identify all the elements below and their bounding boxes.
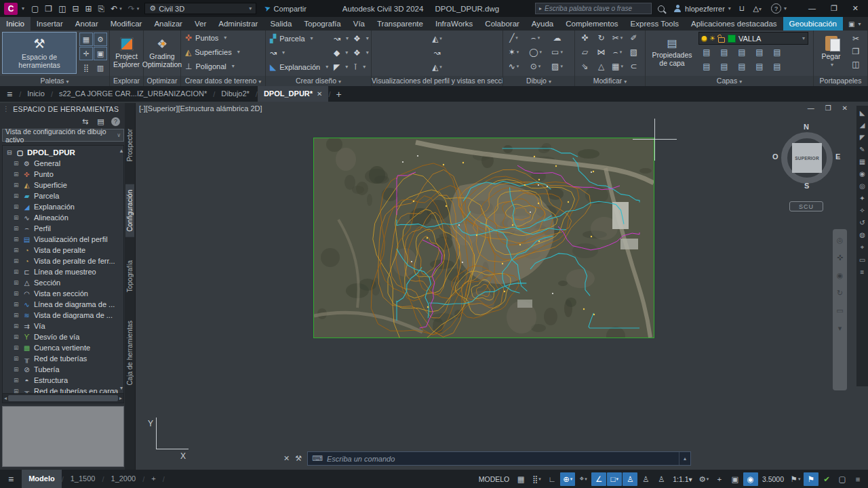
ribbon-tab-aplicaciones-destacadas[interactable]: Aplicaciones destacadas <box>685 17 783 30</box>
default-scale-value[interactable]: 3.5000 <box>759 475 787 483</box>
undo-icon[interactable]: ↶ <box>111 4 117 14</box>
store-cart-icon[interactable]: ⊔ <box>739 4 745 13</box>
expand-icon[interactable]: ⊞ <box>14 192 20 199</box>
layer-unlock-icon[interactable]: ▤ <box>753 60 766 73</box>
copy-icon[interactable]: ▱ <box>578 45 593 59</box>
arc-icon[interactable]: ⌢ <box>528 31 543 45</box>
tree-item-vista-de-peralte-de-ferr-[interactable]: ⊞◔Vista de peralte de ferr... <box>3 256 123 266</box>
toolbox-palette-icon[interactable]: ▣ <box>94 47 107 60</box>
clean-screen-toggle[interactable]: ▢ <box>835 472 850 486</box>
showmotion-icon[interactable]: ▭ <box>836 306 843 315</box>
isodraft-toggle[interactable]: ⌖▾ <box>576 472 591 486</box>
tree-item-v-a[interactable]: ⊞⇉Vía <box>3 321 123 331</box>
tree-item-punto[interactable]: ⊞✜Punto <box>3 169 123 180</box>
explode-icon[interactable]: ▧ <box>627 45 642 59</box>
expand-icon[interactable]: ⊞ <box>14 355 20 362</box>
close-tab-icon[interactable]: ✕ <box>317 90 322 98</box>
tool-palettes-icon[interactable]: ▦ <box>79 33 93 46</box>
tree-item-visualizaci-n-del-perfil[interactable]: ⊞▤Visualización del perfil <box>3 234 123 245</box>
assembly-button[interactable]: ❖▾ <box>352 45 372 60</box>
workspace-switching-toggle[interactable]: ⚙▾ <box>696 472 711 486</box>
ellipse-icon[interactable]: ⊙ <box>528 60 543 73</box>
expand-icon[interactable]: ⊞ <box>14 279 20 286</box>
layer-isolate-icon[interactable]: ▤ <box>717 45 731 59</box>
file-tab-inicio[interactable]: Inicio <box>21 86 51 102</box>
copy-clip-icon[interactable]: ❐ <box>848 46 863 57</box>
command-input[interactable]: ⌨ Escriba un comando ▴ <box>307 451 691 466</box>
construction-line-icon[interactable]: ✶ <box>507 45 521 59</box>
print-icon[interactable]: ⎘ <box>98 4 105 14</box>
strip-icon-0[interactable]: ◣ <box>860 109 865 117</box>
strip-icon-1[interactable]: ◢ <box>860 121 865 129</box>
grid-display-toggle[interactable]: ▦ <box>513 472 528 486</box>
dock-toggle-icon[interactable]: ⇆ <box>80 117 90 127</box>
expand-icon[interactable]: ⊞ <box>14 203 20 210</box>
layout-tab-1_2000[interactable]: 1_2000 <box>104 470 143 488</box>
new-tab-button[interactable]: + <box>331 89 347 100</box>
expand-icon[interactable]: ⊞ <box>14 171 20 178</box>
panel-label-portapapeles[interactable]: Portapapeles <box>814 76 867 86</box>
expand-icon[interactable]: ⊞ <box>14 344 20 351</box>
expand-icon[interactable]: ⊞ <box>14 247 20 253</box>
close-button[interactable]: ✕ <box>852 4 859 13</box>
minimize-button[interactable]: — <box>808 4 816 13</box>
tree-item-cuenca-vertiente[interactable]: ⊞▩Cuenca vertiente <box>3 342 123 353</box>
help-dropdown-icon[interactable]: ▾ <box>784 5 787 12</box>
strip-icon-12[interactable]: ▭ <box>859 256 865 264</box>
layer-unisolate-icon[interactable]: ▤ <box>717 60 731 73</box>
scale-icon[interactable]: △ <box>594 60 609 73</box>
circle-icon[interactable]: ◯ <box>528 45 543 59</box>
tree-item-red-de-tuber-as-en-carga[interactable]: ⊞╥Red de tuberías en carga <box>3 386 123 394</box>
section-views-icon[interactable]: ◭ <box>430 60 445 74</box>
annotation-scale-value[interactable]: 1:1.1▾ <box>669 475 696 483</box>
panel-label-capas[interactable]: Capas▾ <box>646 76 813 86</box>
user-menu[interactable]: hlopezferrer ▾ <box>673 5 731 13</box>
app-logo-button[interactable]: C <box>4 3 18 15</box>
revision-cloud-icon[interactable]: ☁ <box>550 31 565 45</box>
strip-icon-5[interactable]: ◉ <box>859 170 865 178</box>
scroll-left-icon[interactable]: ◂ <box>4 395 7 401</box>
ribbon-tab-modificar[interactable]: Modificar <box>104 17 149 30</box>
strip-icon-3[interactable]: ✎ <box>859 146 865 153</box>
panel-display-icon[interactable]: ▤ <box>96 117 106 127</box>
annotation-visibility-toggle[interactable]: ♙ <box>623 472 637 486</box>
statusbar-menu-icon[interactable]: ≡ <box>0 474 22 485</box>
tree-item-general[interactable]: ⊞⚙General <box>3 158 123 169</box>
expand-icon[interactable]: ⊞ <box>14 333 20 340</box>
tree-item-perfil[interactable]: ⊞⌢Perfil <box>3 223 123 234</box>
grading-optimization-button[interactable]: ❖ Grading Optimization <box>145 32 179 74</box>
ribbon-tab-complementos[interactable]: Complementos <box>559 17 624 30</box>
ribbon-tab-ver[interactable]: Ver <box>189 17 212 30</box>
strip-icon-13[interactable]: ≡ <box>861 268 865 276</box>
expand-icon[interactable]: ⊞ <box>14 366 20 373</box>
redo-icon[interactable]: ↷ <box>128 4 135 14</box>
ribbon-tab-analizar[interactable]: Analizar <box>148 17 189 30</box>
osnap-tracking-toggle[interactable]: ∠ <box>591 472 606 486</box>
ribbon-tab-anotar[interactable]: Anotar <box>69 17 104 30</box>
expand-icon[interactable]: ⊞ <box>14 236 20 243</box>
quick-profile-icon[interactable]: ↝ <box>430 45 445 60</box>
geolocation-toggle[interactable]: ◉ <box>743 472 758 486</box>
expand-icon[interactable]: ⊞ <box>14 377 20 384</box>
undo-dropdown-icon[interactable]: ▾ <box>119 6 122 12</box>
panel-label-modificar[interactable]: Modificar▾ <box>575 76 645 86</box>
corridor-button[interactable]: ◤▾ <box>332 60 352 74</box>
parcela-button[interactable]: ▞Parcela▾ <box>269 31 332 45</box>
panel-label-paletas[interactable]: Paletas▾ <box>0 76 109 86</box>
object-snap-toggle[interactable]: □▾ <box>607 472 622 486</box>
close-drawing-button[interactable]: ✕ <box>842 104 848 112</box>
layer-off-icon[interactable]: ▤ <box>700 45 713 59</box>
layer-freeze-icon[interactable]: ▤ <box>735 45 749 59</box>
workspace-switcher[interactable]: ⚙ Civil 3D ▾ <box>144 3 256 14</box>
panel-label-terreno[interactable]: Crear datos de terreno▾ <box>181 76 265 86</box>
quickcalc-icon[interactable]: ▥ <box>94 61 107 75</box>
restore-drawing-button[interactable]: ❐ <box>825 104 831 112</box>
alignment-button[interactable]: ↝▾ <box>332 31 352 45</box>
tree-item-desv-o-de-v-a[interactable]: ⊞ϒDesvío de vía <box>3 331 123 342</box>
toolspace-tab-configuraci-n[interactable]: Configuración <box>125 184 134 237</box>
strip-icon-6[interactable]: ◎ <box>859 182 865 190</box>
aerial-drawing-image[interactable] <box>313 138 654 338</box>
ribbon-tab-inicio[interactable]: Inicio <box>0 17 31 30</box>
file-tab-dibujo2-[interactable]: Dibujo2* <box>215 86 256 102</box>
sheet-set-manager-icon[interactable]: ⣿ <box>79 61 93 75</box>
